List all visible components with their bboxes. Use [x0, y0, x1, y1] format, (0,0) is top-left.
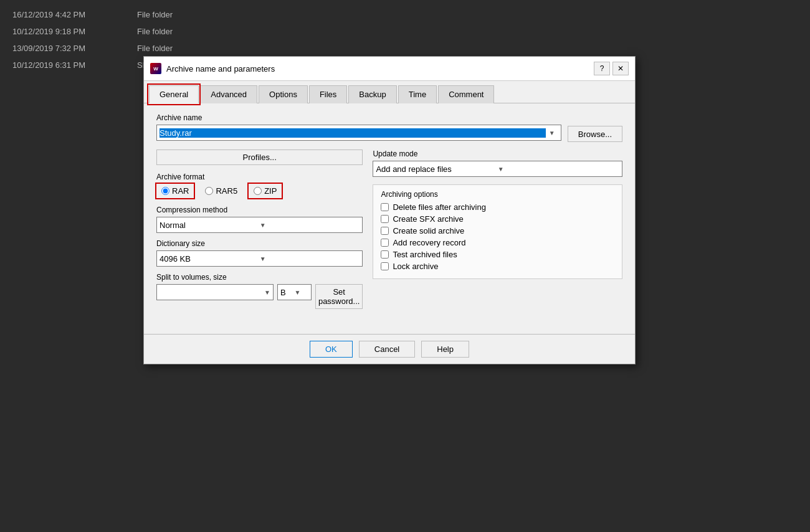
tab-advanced[interactable]: Advanced [200, 85, 257, 103]
split-row: ▼ B ▼ Set password... [156, 284, 363, 309]
unit-value: B [280, 288, 295, 297]
archiving-options-box: Archiving options Delete files after arc… [373, 184, 622, 279]
archive-format-section: Archive format RAR RAR5 ZIP [156, 173, 363, 198]
tab-files[interactable]: Files [309, 85, 347, 103]
radio-rar5[interactable]: RAR5 [200, 184, 242, 198]
dictionary-size-value: 4096 KB [160, 254, 260, 264]
archive-name-label: Archive name [156, 113, 561, 122]
compression-method-value: Normal [160, 221, 260, 230]
compression-method-dropdown[interactable]: Normal ▼ [156, 217, 363, 233]
checkbox-create-solid: Create solid archive [381, 226, 614, 235]
checkbox-lock-archive-label[interactable]: Lock archive [393, 262, 438, 271]
compression-method-label: Compression method [156, 206, 363, 214]
checkbox-add-recovery: Add recovery record [381, 238, 614, 247]
checkbox-delete-files-input[interactable] [381, 203, 389, 211]
tab-general[interactable]: General [149, 85, 199, 103]
close-title-btn[interactable]: ✕ [612, 62, 629, 75]
dictionary-arrow: ▼ [260, 255, 360, 262]
checkbox-create-sfx: Create SFX archive [381, 214, 614, 224]
archive-format-label: Archive format [156, 173, 363, 181]
update-mode-arrow: ▼ [498, 166, 619, 173]
checkbox-delete-files: Delete files after archiving [381, 202, 614, 212]
help-title-btn[interactable]: ? [594, 62, 610, 75]
checkbox-lock-archive-input[interactable] [381, 262, 389, 270]
radio-rar5-label[interactable]: RAR5 [216, 186, 237, 196]
update-mode-value: Add and replace files [376, 164, 497, 174]
tabs-container: General Advanced Options Files Backup Ti… [144, 81, 635, 103]
checkbox-test-archived-label[interactable]: Test archived files [393, 250, 457, 259]
tab-options[interactable]: Options [259, 85, 308, 103]
tab-backup[interactable]: Backup [348, 85, 396, 103]
archive-name-input[interactable] [160, 128, 546, 138]
archive-dialog: W Archive name and parameters ? ✕ Genera… [143, 56, 636, 364]
dictionary-size-section: Dictionary size 4096 KB ▼ [156, 239, 363, 267]
set-password-button[interactable]: Set password... [315, 284, 363, 309]
bg-row-2: 10/12/2019 9:18 PM File folder [12, 23, 798, 40]
checkbox-create-sfx-label[interactable]: Create SFX archive [393, 214, 463, 224]
winrar-icon: W [150, 63, 161, 74]
ok-button[interactable]: OK [310, 341, 353, 358]
profiles-button[interactable]: Profiles... [156, 150, 363, 165]
update-mode-dropdown[interactable]: Add and replace files ▼ [373, 161, 622, 177]
compression-arrow: ▼ [260, 222, 360, 229]
dictionary-size-label: Dictionary size [156, 239, 363, 248]
dialog-content: Archive name ▼ Browse... Profiles... [144, 103, 635, 334]
checkbox-create-sfx-input[interactable] [381, 215, 389, 223]
split-volumes-label: Split to volumes, size [156, 273, 363, 282]
archive-name-dropdown-arrow[interactable]: ▼ [546, 125, 558, 140]
title-bar: W Archive name and parameters ? ✕ [144, 57, 635, 81]
radio-rar-label[interactable]: RAR [172, 186, 189, 196]
checkbox-delete-files-label[interactable]: Delete files after archiving [393, 202, 486, 212]
radio-rar[interactable]: RAR [156, 184, 194, 198]
tab-time[interactable]: Time [398, 85, 437, 103]
unit-arrow: ▼ [294, 289, 308, 296]
compression-method-section: Compression method Normal ▼ [156, 206, 363, 233]
title-bar-controls: ? ✕ [594, 62, 629, 75]
split-volumes-section: Split to volumes, size ▼ B ▼ Set passwor… [156, 273, 363, 309]
archive-format-radio-group: RAR RAR5 ZIP [156, 184, 363, 198]
checkbox-lock-archive: Lock archive [381, 262, 614, 271]
dictionary-size-dropdown[interactable]: 4096 KB ▼ [156, 250, 363, 267]
help-button[interactable]: Help [421, 341, 469, 358]
archiving-options-title: Archiving options [381, 190, 614, 199]
split-input-wrapper[interactable]: ▼ [156, 284, 274, 300]
bg-row-3: 13/09/2019 7:32 PM File folder [12, 40, 798, 57]
checkbox-add-recovery-label[interactable]: Add recovery record [393, 238, 465, 247]
right-column: Update mode Add and replace files ▼ Arch… [373, 150, 622, 316]
split-input[interactable] [160, 288, 264, 297]
radio-zip[interactable]: ZIP [249, 184, 282, 198]
bg-row-1: 16/12/2019 4:42 PM File folder [12, 6, 798, 23]
checkbox-create-solid-input[interactable] [381, 227, 389, 235]
two-col-layout: Profiles... Archive format RAR RAR5 [156, 150, 622, 316]
dialog-title: Archive name and parameters [166, 64, 594, 74]
update-mode-label: Update mode [373, 150, 622, 158]
checkbox-add-recovery-input[interactable] [381, 239, 389, 247]
split-dropdown-arrow[interactable]: ▼ [264, 289, 270, 296]
cancel-button[interactable]: Cancel [359, 341, 415, 358]
unit-select[interactable]: B ▼ [277, 284, 312, 300]
archive-name-section: Archive name ▼ [156, 113, 561, 141]
update-mode-section: Update mode Add and replace files ▼ [373, 150, 622, 177]
checkbox-test-archived-input[interactable] [381, 250, 389, 259]
checkbox-test-archived: Test archived files [381, 250, 614, 259]
checkbox-create-solid-label[interactable]: Create solid archive [393, 226, 464, 235]
archive-name-input-wrapper[interactable]: ▼ [156, 125, 561, 141]
profiles-row: Profiles... [156, 150, 363, 165]
browse-button[interactable]: Browse... [568, 126, 622, 142]
tab-comment[interactable]: Comment [438, 85, 494, 103]
dialog-footer: OK Cancel Help [144, 334, 635, 364]
radio-zip-label[interactable]: ZIP [264, 186, 277, 196]
left-column: Profiles... Archive format RAR RAR5 [156, 150, 363, 316]
archive-name-row: Archive name ▼ Browse... [156, 113, 622, 142]
